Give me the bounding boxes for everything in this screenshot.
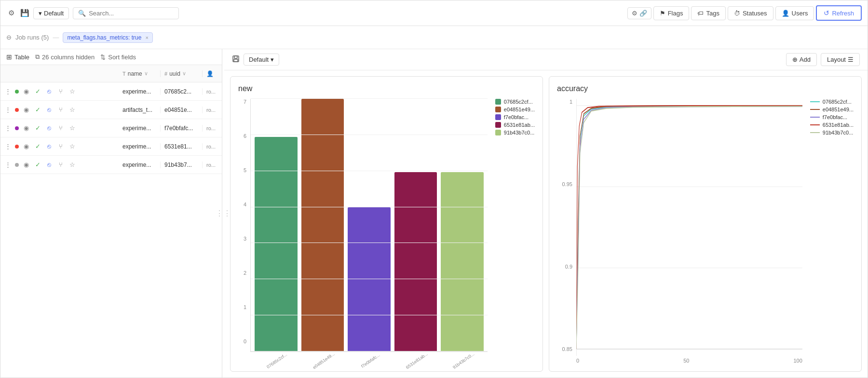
eye-icon-0[interactable]: ◉ <box>22 88 30 95</box>
check-icon-3[interactable]: ✓ <box>33 143 42 150</box>
save-icon[interactable]: 💾 <box>20 8 29 18</box>
th-uuid[interactable]: # uuid ∨ <box>161 70 203 77</box>
link-icon-1[interactable]: ⎋ <box>45 106 54 113</box>
expand-icon[interactable]: ⊖ <box>6 34 12 41</box>
status-dot-3 <box>15 145 19 148</box>
table-icon: ⊞ <box>6 53 12 61</box>
job-runs-label: Job runs (5) <box>15 34 49 41</box>
eye-icon-4[interactable]: ◉ <box>22 161 30 168</box>
tags-button[interactable]: 🏷 Tags <box>691 6 725 20</box>
statuses-button[interactable]: ⏱ Statuses <box>728 6 773 20</box>
legend-color-3 <box>495 114 501 120</box>
bar-e04851[interactable] <box>301 99 344 351</box>
sort-fields-button[interactable]: ⇅ Sort fields <box>100 54 136 61</box>
refresh-button[interactable]: ↺ Refresh <box>816 5 862 21</box>
search-box[interactable]: 🔍 <box>73 7 179 19</box>
link-icon-3[interactable]: ⎋ <box>45 143 54 150</box>
bar-6531[interactable] <box>394 172 437 351</box>
filter-chip[interactable]: meta_flags.has_metrics: true × <box>63 32 153 43</box>
star-icon-1[interactable]: ☆ <box>68 106 77 113</box>
columns-hidden-button[interactable]: ⧉ 26 columns hidden <box>35 53 95 61</box>
cell-user-1: ro... <box>203 107 222 113</box>
link-icon-0[interactable]: ⎋ <box>45 88 54 95</box>
columns-icon: ⧉ <box>35 53 40 61</box>
link-icon-4[interactable]: ⎋ <box>45 161 54 168</box>
refresh-icon: ↺ <box>824 9 829 17</box>
cell-uuid-0: 07685c2... <box>161 88 203 95</box>
add-chart-button[interactable]: ⊕ Add <box>786 53 817 66</box>
drag-icon-4[interactable]: ⋮ <box>3 161 12 168</box>
drag-icon-1[interactable]: ⋮ <box>3 106 12 113</box>
users-button[interactable]: 👤 Users <box>775 6 814 20</box>
search-input[interactable] <box>89 10 174 17</box>
filter-bar-left: ⊖ Job runs (5) — meta_flags.has_metrics:… <box>6 32 153 43</box>
branch-icon-0[interactable]: ⑂ <box>56 88 65 95</box>
sort-fields-label: Sort fields <box>108 54 136 61</box>
refresh-label: Refresh <box>832 10 854 17</box>
bar-07685[interactable] <box>255 137 298 351</box>
link-icon-2[interactable]: ⎋ <box>45 124 54 132</box>
star-icon-2[interactable]: ☆ <box>68 124 77 132</box>
line-legend-color-2 <box>810 109 820 110</box>
tag-icon: 🏷 <box>697 10 704 17</box>
drag-icon-2[interactable]: ⋮ <box>3 124 12 132</box>
legend-item-4: 6531e81ab... <box>495 122 535 128</box>
row-actions-0: ⋮ ◉ ✓ ⎋ ⑂ ☆ <box>0 88 119 95</box>
row-actions-2: ⋮ ◉ ✓ ⎋ ⑂ ☆ <box>0 124 119 132</box>
drag-icon-3[interactable]: ⋮ <box>3 143 12 150</box>
line-legend-label-3: f7e0bfac... <box>823 114 847 120</box>
uuid-header-label: uuid <box>169 70 180 77</box>
star-icon-0[interactable]: ☆ <box>68 88 77 95</box>
bar-y-axis: 7 6 5 4 3 2 1 0 <box>238 99 250 364</box>
statuses-label: Statuses <box>743 10 767 17</box>
default-dropdown[interactable]: ▾ Default <box>33 7 69 19</box>
eye-icon-3[interactable]: ◉ <box>22 143 30 150</box>
filter-bar: ⊖ Job runs (5) — meta_flags.has_metrics:… <box>0 26 868 49</box>
eye-icon-2[interactable]: ◉ <box>22 124 30 132</box>
cell-uuid-3: 6531e81... <box>161 143 203 150</box>
line-x-label-0: 0 <box>576 358 579 364</box>
line-legend-color-3 <box>810 117 820 118</box>
bar-91b43[interactable] <box>441 172 484 351</box>
flags-button[interactable]: ⚑ Flags <box>653 6 690 20</box>
default-label: Default <box>44 10 64 17</box>
legend-color-5 <box>495 130 501 135</box>
th-name[interactable]: T name ∨ <box>119 70 161 77</box>
table-view-button[interactable]: ⊞ Table <box>6 53 29 61</box>
settings-pair[interactable]: ⚙ 🔗 <box>627 7 651 19</box>
gear-icon[interactable]: ⚙ <box>6 8 16 18</box>
eye-icon-1[interactable]: ◉ <box>22 106 30 113</box>
drag-icon-0[interactable]: ⋮ <box>3 88 12 95</box>
line-legend-item-5: 91b43b7c0... <box>810 130 854 135</box>
branch-icon-2[interactable]: ⑂ <box>56 124 65 132</box>
branch-icon-4[interactable]: ⑂ <box>56 161 65 168</box>
flag-icon: ⚑ <box>660 10 665 17</box>
row-actions-4: ⋮ ◉ ✓ ⎋ ⑂ ☆ <box>0 161 119 168</box>
layout-label: Layout <box>827 56 846 63</box>
chevron-down-icon: ▾ <box>39 10 42 17</box>
svg-rect-2 <box>234 59 238 62</box>
chart-save-icon[interactable] <box>232 55 240 64</box>
line-legend-color-1 <box>810 101 820 102</box>
layout-button[interactable]: Layout ☰ <box>821 53 860 66</box>
filter-chip-text: meta_flags.has_metrics: true <box>67 34 141 41</box>
row-actions-3: ⋮ ◉ ✓ ⎋ ⑂ ☆ <box>0 143 119 150</box>
chart-default-dropdown[interactable]: Default ▾ <box>244 54 279 66</box>
legend-label-3: f7e0bfac... <box>504 114 529 120</box>
add-label: Add <box>800 56 811 63</box>
branch-icon-3[interactable]: ⑂ <box>56 143 65 150</box>
type-icon: T <box>122 71 126 77</box>
star-icon-4[interactable]: ☆ <box>68 161 77 168</box>
bar-f7e0[interactable] <box>348 207 391 351</box>
check-icon-2[interactable]: ✓ <box>33 124 42 132</box>
legend-label-2: e04851e49... <box>504 107 535 112</box>
check-icon-1[interactable]: ✓ <box>33 106 42 113</box>
line-x-labels: 0 50 100 <box>576 356 802 364</box>
filter-chip-close-icon[interactable]: × <box>145 35 148 40</box>
name-header-label: name <box>128 70 142 77</box>
status-dot-2 <box>15 126 19 130</box>
branch-icon-1[interactable]: ⑂ <box>56 106 65 113</box>
check-icon-4[interactable]: ✓ <box>33 161 42 168</box>
star-icon-3[interactable]: ☆ <box>68 143 77 150</box>
check-icon-0[interactable]: ✓ <box>33 88 42 95</box>
